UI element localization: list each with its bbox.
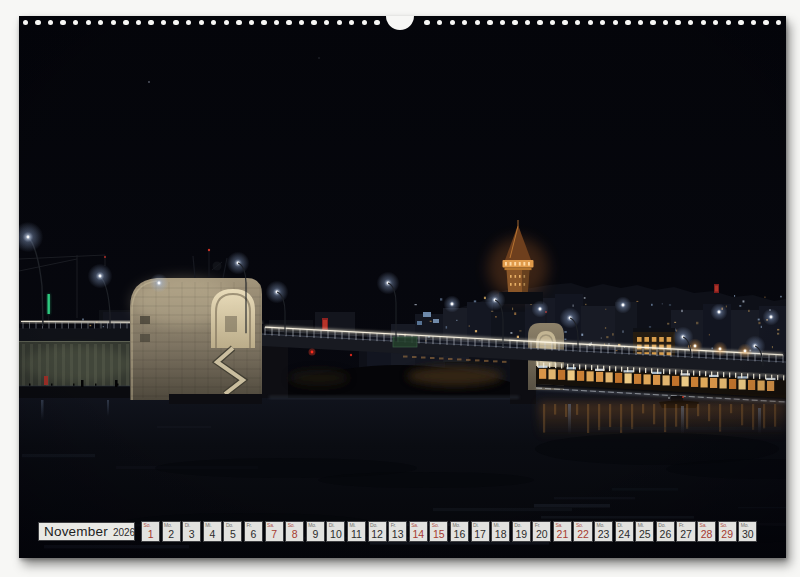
punch-hole: [588, 20, 593, 25]
punch-hole: [424, 20, 429, 25]
day-cell: Mi. 18: [491, 521, 510, 542]
day-number: 5: [224, 529, 241, 540]
day-number: 4: [204, 529, 221, 540]
day-number: 15: [430, 529, 447, 540]
day-cell: Fr. 20: [532, 521, 551, 542]
punch-hole: [374, 20, 379, 25]
calendar-page: November 2026 So. 1 Mo. 2 Di. 3 Mi. 4 Do…: [19, 16, 786, 558]
month-label: November: [44, 524, 108, 539]
day-cell: So. 22: [573, 521, 592, 542]
day-number: 16: [451, 529, 468, 540]
day-number: 26: [657, 529, 674, 540]
day-cell: Mi. 25: [635, 521, 654, 542]
day-number: 12: [369, 529, 386, 540]
punch-hole: [261, 20, 266, 25]
punch-hole: [726, 20, 731, 25]
day-cell: Fr. 6: [244, 521, 263, 542]
day-cell: Sa. 28: [697, 521, 716, 542]
punch-hole: [286, 20, 291, 25]
punch-hole: [537, 20, 542, 25]
day-number: 10: [327, 529, 344, 540]
day-number: 17: [472, 529, 489, 540]
punch-hole: [362, 20, 367, 25]
day-cell: Mo. 9: [306, 521, 325, 542]
day-number: 22: [574, 529, 591, 540]
punch-hole: [199, 20, 204, 25]
punch-hole: [751, 20, 756, 25]
punch-hole: [173, 20, 178, 25]
punch-hole: [701, 20, 706, 25]
punch-hole: [224, 20, 229, 25]
punch-hole: [450, 20, 455, 25]
punch-hole: [136, 20, 141, 25]
day-number: 21: [554, 529, 571, 540]
punch-hole: [23, 20, 28, 25]
punch-hole: [675, 20, 680, 25]
day-number: 8: [286, 529, 303, 540]
day-cell: Di. 10: [326, 521, 345, 542]
day-number: 28: [698, 529, 715, 540]
punch-hole: [249, 20, 254, 25]
punch-hole: [274, 20, 279, 25]
day-cell: So. 29: [718, 521, 737, 542]
day-cell: Di. 24: [615, 521, 634, 542]
month-box: November 2026: [38, 522, 135, 541]
day-cell: Di. 3: [182, 521, 201, 542]
punch-hole: [161, 20, 166, 25]
day-number: 2: [163, 529, 180, 540]
day-number: 27: [677, 529, 694, 540]
day-cell: Mo. 23: [594, 521, 613, 542]
punch-hole: [613, 20, 618, 25]
day-cell: Mo. 2: [162, 521, 181, 542]
day-cell: Sa. 7: [265, 521, 284, 542]
day-cell: Fr. 13: [388, 521, 407, 542]
punch-hole: [638, 20, 643, 25]
punch-hole: [86, 20, 91, 25]
day-number: 29: [719, 529, 736, 540]
day-cell: Fr. 27: [676, 521, 695, 542]
day-number: 14: [410, 529, 427, 540]
night-photo-galata-bridge: [19, 16, 786, 558]
day-number: 11: [348, 529, 365, 540]
punch-hole: [148, 20, 153, 25]
punch-hole: [311, 20, 316, 25]
day-number: 25: [636, 529, 653, 540]
punch-hole: [738, 20, 743, 25]
punch-hole: [650, 20, 655, 25]
day-cell: Mo. 16: [450, 521, 469, 542]
punch-hole: [525, 20, 530, 25]
day-cells: So. 1 Mo. 2 Di. 3 Mi. 4 Do. 5 Fr. 6 Sa. …: [141, 521, 759, 542]
punch-hole: [625, 20, 630, 25]
day-number: 23: [595, 529, 612, 540]
punch-hole: [111, 20, 116, 25]
day-cell: Sa. 14: [409, 521, 428, 542]
day-cell: Do. 19: [512, 521, 531, 542]
day-cell: Mo. 30: [738, 521, 757, 542]
punch-hole: [475, 20, 480, 25]
punch-hole: [123, 20, 128, 25]
punch-hole: [500, 20, 505, 25]
day-cell: Di. 17: [471, 521, 490, 542]
calendar-strip: November 2026 So. 1 Mo. 2 Di. 3 Mi. 4 Do…: [38, 521, 759, 542]
day-cell: Do. 12: [368, 521, 387, 542]
year-label: 2026: [113, 527, 135, 538]
product-photo-background: { "calendar": { "month_label": "November…: [0, 0, 800, 577]
punch-hole: [763, 20, 768, 25]
punch-hole: [487, 20, 492, 25]
day-number: 3: [183, 529, 200, 540]
day-cell: Do. 26: [656, 521, 675, 542]
punch-hole: [35, 20, 40, 25]
punch-hole: [337, 20, 342, 25]
day-number: 6: [245, 529, 262, 540]
day-number: 18: [492, 529, 509, 540]
day-number: 7: [266, 529, 283, 540]
day-cell: So. 8: [285, 521, 304, 542]
punch-hole: [562, 20, 567, 25]
day-number: 20: [533, 529, 550, 540]
day-cell: Mi. 11: [347, 521, 366, 542]
day-cell: Mi. 4: [203, 521, 222, 542]
punch-hole: [236, 20, 241, 25]
day-cell: So. 15: [429, 521, 448, 542]
punch-hole: [776, 20, 781, 25]
day-number: 13: [389, 529, 406, 540]
